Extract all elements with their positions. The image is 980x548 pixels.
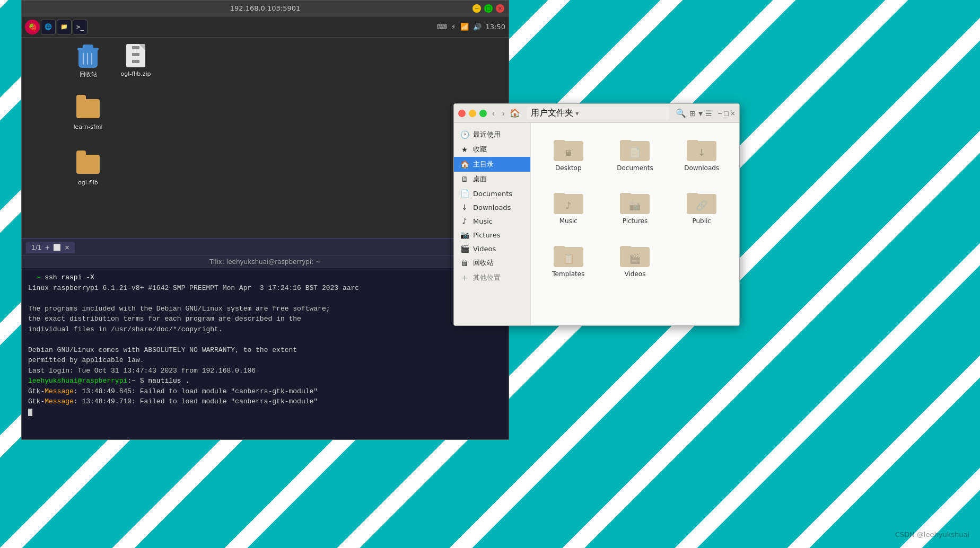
sidebar-item-trash[interactable]: 🗑 回收站 [454,255,530,270]
music-folder-label: Music [559,217,578,225]
sidebar-pictures-label: Pictures [473,231,500,239]
downloads-folder-label: Downloads [684,164,719,172]
file-item-music[interactable]: ♪ Music [539,184,598,229]
term-line-10: Last login: Tue Oct 31 13:47:43 2023 fro… [28,366,502,376]
downloads-sidebar-icon: ↓ [460,203,469,211]
term-line-8: Debian GNU/Linux comes with ABSOLUTELY N… [28,345,502,356]
nautilus-window: ‹ › 🏠 用户文件夹 ▾ 🔍 ⊞ ▼ ☰ − □ × 🕐 最近使用 [453,103,740,326]
watermark: CSDN @leehyukshuai [895,531,969,538]
nautilus-back-button[interactable]: ‹ [490,108,497,119]
nautilus-win-maximize[interactable]: □ [724,109,728,118]
rpi-taskbar-right: ⌨ ⚡ 📶 🔊 13:50 [437,23,505,31]
term-line-2: Linux raspberrypi 6.1.21-v8+ #1642 SMP P… [28,283,502,294]
desktop-icon-learn-sfml[interactable]: learn-sfml [69,96,107,130]
term-line-13: Gtk-Message: 13:48:49.710: Failed to loa… [28,396,502,407]
sidebar-item-videos[interactable]: 🎬 Videos [454,242,530,255]
desktop-icon-ogl-flib[interactable]: ogl-flib [69,152,107,186]
vnc-window-controls: − □ × [472,4,504,13]
sidebar-music-label: Music [473,217,493,225]
term-line-12: Gtk-Message: 13:48:49.645: Failed to loa… [28,386,502,397]
zip-label: ogl-flib.zip [120,70,151,77]
nautilus-menu-button[interactable]: ☰ [705,109,712,118]
nautilus-close-button[interactable] [458,110,466,117]
term-line-9: permitted by applicable law. [28,355,502,366]
nautilus-body: 🕐 最近使用 ★ 收藏 🏠 主目录 🖥 桌面 📄 Documents ↓ D [454,123,739,325]
nautilus-forward-button[interactable]: › [500,108,507,119]
vnc-maximize-button[interactable]: □ [484,4,493,13]
sidebar-item-downloads[interactable]: ↓ Downloads [454,200,530,214]
split-btn[interactable]: ⬜ [53,244,61,251]
nautilus-win-close[interactable]: × [731,109,735,118]
rpi-taskbar: 🍓 🌐 📁 >_ ⌨ ⚡ 📶 🔊 13:50 [22,16,509,38]
file-item-pictures[interactable]: 📷 Pictures [606,184,664,229]
file-item-documents[interactable]: 📄 Documents [606,131,664,176]
sidebar-documents-label: Documents [473,190,512,198]
terminal-content[interactable]: ~ ssh raspi -X Linux raspberrypi 6.1.21-… [22,268,509,439]
desktop-folder-icon: 🖥 [554,136,583,161]
rpi-browser-button[interactable]: 🌐 [41,20,56,34]
desktop-icon-trash[interactable]: 回收站 [69,43,107,78]
file-item-templates[interactable]: 📋 Templates [539,237,598,282]
nautilus-search-button[interactable]: 🔍 [676,108,686,118]
bluetooth-icon[interactable]: ⚡ [451,23,456,31]
rpi-filemanager-button[interactable]: 📁 [57,20,72,34]
recent-icon: 🕐 [460,130,469,139]
sidebar-item-desktop[interactable]: 🖥 桌面 [454,172,530,187]
sidebar-item-pictures[interactable]: 📷 Pictures [454,228,530,242]
file-item-desktop[interactable]: 🖥 Desktop [539,131,598,176]
rpi-menu-button[interactable]: 🍓 [25,20,40,34]
file-item-downloads[interactable]: ↓ Downloads [672,131,731,176]
sidebar-item-recent[interactable]: 🕐 最近使用 [454,127,530,142]
nautilus-titlebar: ‹ › 🏠 用户文件夹 ▾ 🔍 ⊞ ▼ ☰ − □ × [454,104,739,123]
documents-folder-icon: 📄 [620,136,650,161]
vnc-close-button[interactable]: × [496,4,504,13]
sidebar-item-music[interactable]: ♪ Music [454,214,530,228]
sidebar-item-starred[interactable]: ★ 收藏 [454,142,530,157]
terminal-tab-close-btn[interactable]: × [64,244,69,251]
file-item-videos[interactable]: 🎬 Videos [606,237,664,282]
wifi-icon[interactable]: 📶 [460,23,469,31]
terminal-panel: 1/1 + ⬜ × Tilix: leehyukshuai@raspberryp… [22,238,509,439]
term-line-4: The programs included with the Debian GN… [28,304,502,314]
terminal-tabbar: 1/1 + ⬜ × [22,239,509,256]
path-dropdown-icon[interactable]: ▾ [575,110,579,117]
trash-sidebar-icon: 🗑 [460,259,469,267]
rpi-desktop: 回收站 ogl-flib.zip [22,38,509,238]
learn-sfml-label: learn-sfml [73,123,102,130]
nautilus-sort-button[interactable]: ▼ [697,109,704,118]
public-folder-icon: 🔗 [687,189,716,214]
file-item-public[interactable]: 🔗 Public [672,184,731,229]
nautilus-path-bar[interactable]: 用户文件夹 ▾ [527,107,669,120]
nautilus-window-buttons: − □ × [718,109,735,118]
starred-icon: ★ [460,145,469,154]
sidebar-starred-label: 收藏 [473,145,487,154]
home-icon: 🏠 [510,108,520,118]
nautilus-view-toggle-button[interactable]: ⊞ [689,109,696,118]
documents-sidebar-icon: 📄 [460,189,469,198]
volume-icon[interactable]: 🔊 [473,23,482,31]
templates-folder-icon: 📋 [554,242,583,267]
nautilus-maximize-button[interactable] [479,110,487,117]
vnc-minimize-button[interactable]: − [472,4,481,13]
trash-icon-img [75,43,101,68]
sidebar-item-other-locations[interactable]: + 其他位置 [454,270,530,285]
rpi-terminal-button[interactable]: >_ [73,20,88,34]
nautilus-win-minimize[interactable]: − [718,109,722,118]
desktop-icon-zip[interactable]: ogl-flib.zip [117,43,154,77]
nautilus-minimize-button[interactable] [469,110,476,117]
sidebar-item-home[interactable]: 🏠 主目录 [454,157,530,172]
sidebar-other-label: 其他位置 [473,273,501,282]
sidebar-item-documents[interactable]: 📄 Documents [454,187,530,200]
pictures-sidebar-icon: 📷 [460,231,469,239]
terminal-tab[interactable]: 1/1 + ⬜ × [26,242,75,253]
terminal-tab-add-btn[interactable]: + [45,244,50,251]
term-line-5: the exact distribution terms for each pr… [28,314,502,324]
term-line-7 [28,334,502,345]
term-line-11: leehyukshuai@raspberrypi:~ $ nautilus . [28,376,502,386]
keyboard-icon[interactable]: ⌨ [437,23,447,31]
public-folder-label: Public [692,217,711,225]
vnc-title: 192.168.0.103:5901 [230,4,301,12]
term-line-cursor [28,407,502,418]
music-sidebar-icon: ♪ [460,217,469,225]
zip-icon-img [123,43,148,68]
